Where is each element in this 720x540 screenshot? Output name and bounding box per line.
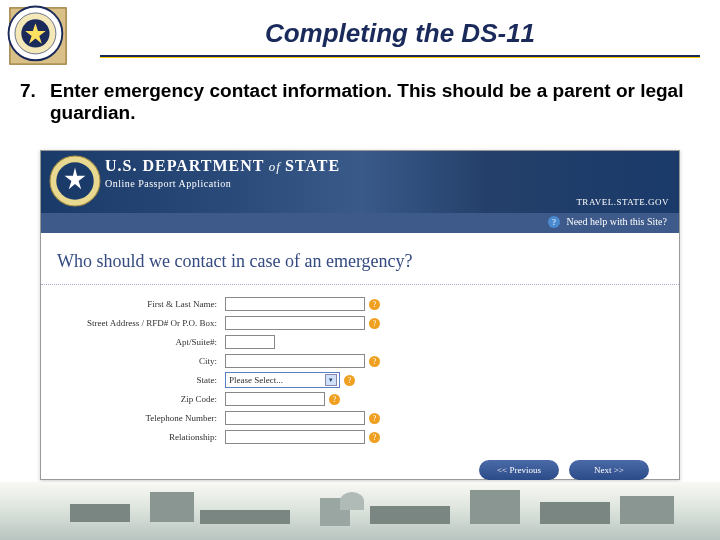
info-icon[interactable]: ? — [344, 375, 355, 386]
input-city[interactable] — [225, 354, 365, 368]
slide-title: Completing the DS-11 — [100, 18, 700, 49]
instruction: 7. Enter emergency contact information. … — [20, 80, 700, 124]
next-button[interactable]: Next >> — [569, 460, 649, 480]
label-zip: Zip Code: — [55, 394, 225, 404]
label-name: First & Last Name: — [55, 299, 225, 309]
info-icon[interactable]: ? — [369, 318, 380, 329]
dos-title-block: U.S. DEPARTMENT of STATE Online Passport… — [105, 157, 340, 189]
label-apt: Apt/Suite#: — [55, 337, 225, 347]
label-street: Street Address / RFD# Or P.O. Box: — [55, 318, 225, 328]
label-phone: Telephone Number: — [55, 413, 225, 423]
dos-header: U.S. DEPARTMENT of STATE Online Passport… — [41, 151, 679, 213]
input-phone[interactable] — [225, 411, 365, 425]
label-city: City: — [55, 356, 225, 366]
label-state: State: — [55, 375, 225, 385]
dept-suffix: STATE — [285, 157, 340, 174]
row-city: City: ? — [55, 352, 665, 370]
info-icon[interactable]: ? — [369, 432, 380, 443]
info-icon[interactable]: ? — [329, 394, 340, 405]
input-relationship[interactable] — [225, 430, 365, 444]
row-phone: Telephone Number: ? — [55, 409, 665, 427]
usna-seal — [6, 4, 70, 68]
input-apt[interactable] — [225, 335, 275, 349]
dome-shape — [340, 492, 364, 510]
row-relationship: Relationship: ? — [55, 428, 665, 446]
dos-subtitle: Online Passport Application — [105, 178, 340, 189]
previous-button[interactable]: << Previous — [479, 460, 559, 480]
input-street[interactable] — [225, 316, 365, 330]
select-placeholder: Please Select... — [229, 375, 283, 385]
dept-of: of — [264, 159, 285, 174]
input-zip[interactable] — [225, 392, 325, 406]
row-apt: Apt/Suite#: — [55, 333, 665, 351]
form-area: First & Last Name: ? Street Address / RF… — [41, 285, 679, 453]
title-area: Completing the DS-11 — [100, 18, 700, 58]
dept-prefix: U.S. DEPARTMENT — [105, 157, 264, 174]
info-icon[interactable]: ? — [369, 413, 380, 424]
row-zip: Zip Code: ? — [55, 390, 665, 408]
row-name: First & Last Name: ? — [55, 295, 665, 313]
slide: Completing the DS-11 7. Enter emergency … — [0, 0, 720, 540]
help-text[interactable]: Need help with this Site? — [566, 216, 667, 227]
input-name[interactable] — [225, 297, 365, 311]
row-street: Street Address / RFD# Or P.O. Box: ? — [55, 314, 665, 332]
info-icon[interactable]: ? — [369, 356, 380, 367]
dos-seal — [49, 155, 101, 207]
form-prompt: Who should we contact in case of an emer… — [41, 233, 679, 285]
row-state: State: Please Select... ▾ ? — [55, 371, 665, 389]
dos-right-link[interactable]: TRAVEL.STATE.GOV — [576, 197, 669, 207]
chevron-down-icon: ▾ — [325, 374, 337, 386]
form-screenshot: U.S. DEPARTMENT of STATE Online Passport… — [40, 150, 680, 480]
help-bar: ? Need help with this Site? — [41, 213, 679, 233]
skyline-background — [0, 482, 720, 540]
info-icon[interactable]: ? — [369, 299, 380, 310]
select-state[interactable]: Please Select... ▾ — [225, 372, 340, 388]
label-relationship: Relationship: — [55, 432, 225, 442]
help-icon: ? — [548, 216, 560, 228]
step-number: 7. — [20, 80, 50, 124]
dos-title: U.S. DEPARTMENT of STATE — [105, 157, 340, 175]
title-underline — [100, 55, 700, 58]
instruction-text: Enter emergency contact information. Thi… — [50, 80, 700, 124]
